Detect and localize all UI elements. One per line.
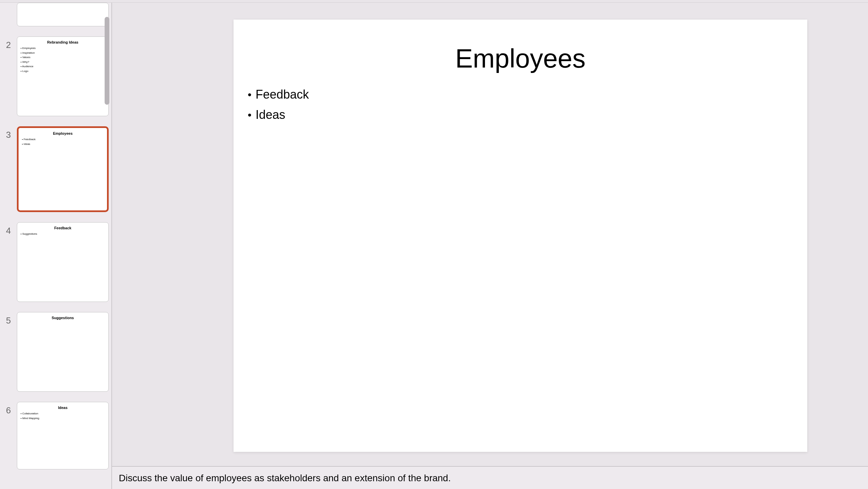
thumb-bullet: • Feedback: [22, 137, 104, 142]
slide-thumbnail-1[interactable]: [17, 3, 109, 26]
notes-bar[interactable]: Discuss the value of employees as stakeh…: [112, 466, 868, 489]
slide-number: 5: [0, 312, 17, 326]
thumb-bullet: • Mind Mapping: [21, 416, 106, 421]
slide-content[interactable]: Feedback Ideas: [247, 87, 794, 122]
thumbnail-row-6: 6 Ideas • Collaboration • Mind Mapping: [0, 402, 109, 469]
editor-panel: Employees Feedback Ideas Discuss the val…: [112, 3, 868, 489]
thumb-title: Feedback: [20, 226, 106, 230]
slide-canvas[interactable]: Employees Feedback Ideas: [234, 20, 807, 452]
thumb-bullets: • Feedback • Ideas: [21, 137, 104, 146]
slide-number: 4: [0, 222, 17, 236]
thumbnail-row-3: 3 Employees • Feedback • Ideas: [0, 126, 109, 212]
slide-thumbnail-5[interactable]: Suggestions: [17, 312, 109, 392]
thumb-bullet: • Suggestions: [21, 232, 106, 236]
thumbnail-row-1: [0, 3, 109, 26]
thumbnail-row-4: 4 Feedback • Suggestions: [0, 222, 109, 302]
slide-canvas-area: Employees Feedback Ideas: [112, 3, 868, 466]
thumb-bullet: • Employees: [21, 46, 106, 51]
thumb-title: Ideas: [20, 406, 106, 410]
thumb-bullet: • Inspiration: [21, 51, 106, 55]
slide-number: 3: [0, 126, 17, 140]
slide-thumbnail-3-selected[interactable]: Employees • Feedback • Ideas: [17, 126, 109, 212]
top-border: [0, 0, 868, 3]
slide-number: [0, 3, 17, 6]
thumbnail-row-5: 5 Suggestions: [0, 312, 109, 392]
thumb-bullet: • Ideas: [22, 142, 104, 147]
slide-title[interactable]: Employees: [247, 43, 794, 74]
thumb-bullet: • Audience: [21, 64, 106, 69]
slide-number: 6: [0, 402, 17, 416]
thumbnail-row-2: 2 Rebranding Ideas • Employees • Inspira…: [0, 36, 109, 116]
thumb-bullets: • Suggestions: [20, 232, 106, 236]
thumb-title: Rebranding Ideas: [20, 40, 106, 44]
main-container: 2 Rebranding Ideas • Employees • Inspira…: [0, 3, 868, 489]
thumb-bullet: • Logo: [21, 69, 106, 74]
thumb-bullet: • Collaboration: [21, 411, 106, 416]
slide-thumbnail-2[interactable]: Rebranding Ideas • Employees • Inspirati…: [17, 36, 109, 116]
thumb-title: Suggestions: [20, 316, 106, 320]
slide-thumbnail-6[interactable]: Ideas • Collaboration • Mind Mapping: [17, 402, 109, 469]
slide-number: 2: [0, 36, 17, 50]
scrollbar-thumb[interactable]: [105, 17, 109, 105]
thumb-bullets: • Collaboration • Mind Mapping: [20, 411, 106, 420]
slide-bullet: Feedback: [248, 87, 794, 102]
thumb-bullet: • Why?: [21, 60, 106, 65]
thumbnail-panel[interactable]: 2 Rebranding Ideas • Employees • Inspira…: [0, 3, 112, 489]
slide-thumbnail-4[interactable]: Feedback • Suggestions: [17, 222, 109, 302]
slide-bullet: Ideas: [248, 108, 794, 122]
thumb-title: Employees: [21, 131, 104, 135]
scrollbar-track[interactable]: [105, 17, 109, 105]
thumb-bullet: • Values: [21, 55, 106, 60]
thumb-bullets: • Employees • Inspiration • Values • Why…: [20, 46, 106, 74]
